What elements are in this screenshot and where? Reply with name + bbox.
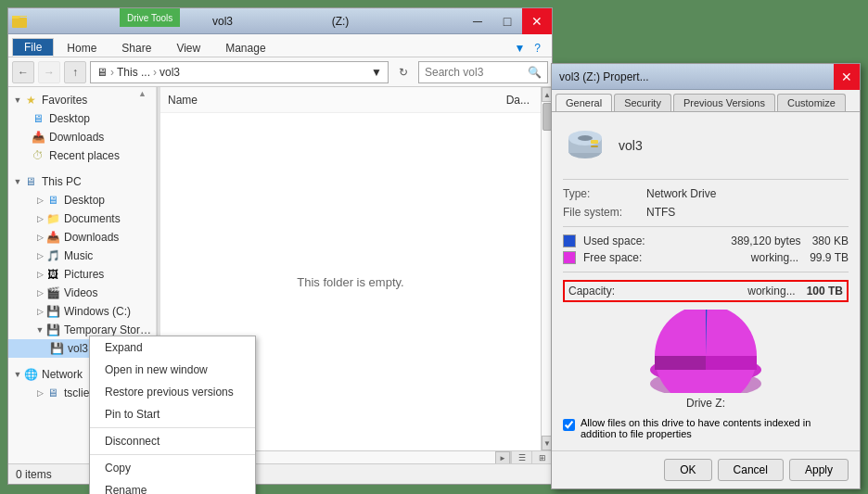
forward-button[interactable]: → [38, 61, 60, 83]
content-header: Name Da... [160, 87, 541, 113]
capacity-label: Capacity: [568, 285, 747, 298]
sidebar-favorites-header[interactable]: ▼ ★ Favorites [8, 91, 156, 109]
back-button[interactable]: ← [12, 61, 34, 83]
sidebar-item-pictures[interactable]: ▷ 🖼 Pictures [8, 265, 156, 284]
fs-label: File system: [563, 206, 646, 219]
sidebar-item-recent[interactable]: ⏱ Recent places [8, 146, 156, 165]
window-controls: ─ □ ✕ [463, 8, 552, 34]
sidebar-item-downloads2[interactable]: ▷ 📥 Downloads [8, 228, 156, 247]
sidebar-item-videos[interactable]: ▷ 🎬 Videos [8, 284, 156, 302]
type-label: Type: [563, 187, 646, 200]
view-buttons: ☰ ⊞ [510, 451, 552, 463]
drive-name: vol3 [619, 138, 643, 153]
sidebar-thispc-header[interactable]: ▼ 🖥 This PC [8, 172, 156, 191]
sidebar-item-music[interactable]: ▷ 🎵 Music [8, 247, 156, 265]
downloads2-icon: 📥 [45, 230, 60, 245]
ctx-disconnect[interactable]: Disconnect [90, 430, 255, 452]
up-button[interactable]: ↑ [64, 61, 86, 83]
help-button[interactable]: ▼ ? [506, 40, 548, 57]
close-button[interactable]: ✕ [522, 8, 552, 34]
col-date: Da... [506, 94, 530, 107]
tab-file[interactable]: File [12, 38, 54, 57]
ctx-copy[interactable]: Copy [90, 457, 255, 479]
refresh-button[interactable]: ↻ [392, 61, 415, 83]
capacity-working: working... [747, 285, 795, 298]
drive-header: vol3 [563, 123, 849, 168]
expand-icon: ▷ [34, 306, 45, 317]
context-menu: Expand Open in new window Restore previo… [89, 336, 256, 494]
expand-icon: ▷ [34, 387, 45, 399]
tab-view[interactable]: View [164, 39, 212, 57]
recent-icon: ⏱ [31, 148, 45, 163]
favorites-label: Favorites [42, 94, 87, 107]
apply-button[interactable]: Apply [789, 459, 849, 481]
minimize-button[interactable]: ─ [463, 8, 492, 34]
svg-rect-5 [591, 140, 598, 144]
network-icon: 🌐 [23, 367, 38, 382]
folder-icon [12, 14, 27, 29]
ctx-expand[interactable]: Expand [90, 336, 255, 359]
scroll-thumb[interactable] [542, 103, 552, 131]
dialog-tabs: General Security Previous Versions Custo… [552, 90, 860, 112]
props-title-bar: vol3 (Z:) Propert... ✕ [552, 64, 860, 90]
expand-icon: ▷ [34, 213, 45, 224]
scroll-up-arrow: ▲ [138, 89, 147, 98]
pie-chart [632, 310, 780, 393]
sidebar-item-documents[interactable]: ▷ 📁 Documents [8, 209, 156, 228]
view-grid-button[interactable]: ⊞ [531, 451, 552, 463]
view-list-button[interactable]: ☰ [511, 451, 531, 463]
col-name: Name [168, 94, 198, 107]
expand-icon: ▼ [34, 324, 45, 336]
ok-button[interactable]: OK [664, 459, 711, 481]
capacity-row: Capacity: working... 100 TB [563, 280, 849, 302]
drive-z-icon: 💾 [49, 341, 64, 356]
ctx-open-new[interactable]: Open in new window [90, 359, 255, 381]
tab-share[interactable]: Share [109, 39, 163, 57]
empty-message: This folder is empty. [297, 275, 403, 289]
free-kb: 99.9 TB [810, 251, 849, 264]
tab-manage[interactable]: Manage [213, 39, 277, 57]
documents-icon: 📁 [45, 211, 60, 226]
thispc-section: ▼ 🖥 This PC ▷ 🖥 Desktop ▷ 📁 Documents ▷ … [8, 172, 156, 358]
sidebar-item-desktop[interactable]: 🖥 Desktop [8, 109, 156, 128]
scroll-right-button[interactable]: ► [495, 451, 510, 463]
drive-icon [563, 123, 607, 168]
svg-rect-6 [591, 146, 598, 147]
free-label: Free space: [583, 251, 751, 264]
drive-tools-badge: Drive Tools [120, 8, 180, 27]
separator-1 [563, 179, 849, 180]
ctx-pin-start[interactable]: Pin to Start [90, 403, 255, 425]
search-input[interactable] [425, 66, 528, 79]
address-path[interactable]: 🖥 › This ... › vol3 ▼ [90, 61, 389, 83]
fs-row: File system: NTFS [563, 206, 849, 219]
tab-security[interactable]: Security [614, 94, 671, 111]
pie-chart-container: Drive Z: [563, 310, 849, 410]
videos-icon: 🎬 [45, 285, 60, 300]
address-bar: ← → ↑ 🖥 › This ... › vol3 ▼ ↻ 🔍 [8, 57, 552, 87]
index-checkbox-row: Allow files on this drive to have conten… [563, 417, 849, 439]
tab-customize[interactable]: Customize [777, 94, 846, 111]
used-color-box [563, 234, 576, 247]
sidebar-item-downloads[interactable]: 📥 Downloads [8, 128, 156, 146]
free-bytes: working... [751, 251, 798, 264]
type-row: Type: Network Drive [563, 187, 849, 200]
pictures-icon: 🖼 [45, 267, 60, 282]
ctx-rename[interactable]: Rename [90, 479, 255, 494]
sidebar-item-windows-c[interactable]: ▷ 💾 Windows (C:) [8, 302, 156, 321]
cancel-button[interactable]: Cancel [718, 459, 784, 481]
dialog-footer: OK Cancel Apply [552, 450, 860, 488]
ctx-sep2 [90, 454, 255, 455]
index-checkbox[interactable] [563, 419, 575, 431]
tab-previous-versions[interactable]: Previous Versions [673, 94, 775, 111]
maximize-button[interactable]: □ [492, 8, 522, 34]
props-close-button[interactable]: ✕ [834, 64, 860, 90]
index-label: Allow files on this drive to have conten… [581, 417, 849, 439]
title-bar: Drive Tools vol3 (Z:) ─ □ ✕ [8, 8, 552, 34]
tab-general[interactable]: General [555, 94, 612, 111]
ctx-restore-versions[interactable]: Restore previous versions [90, 381, 255, 403]
expand-icon: ▼ [12, 176, 23, 187]
tab-home[interactable]: Home [55, 39, 108, 57]
used-kb: 380 KB [812, 234, 849, 247]
properties-dialog: vol3 (Z:) Propert... ✕ General Security … [551, 63, 861, 489]
sidebar-item-desktop2[interactable]: ▷ 🖥 Desktop [8, 191, 156, 209]
